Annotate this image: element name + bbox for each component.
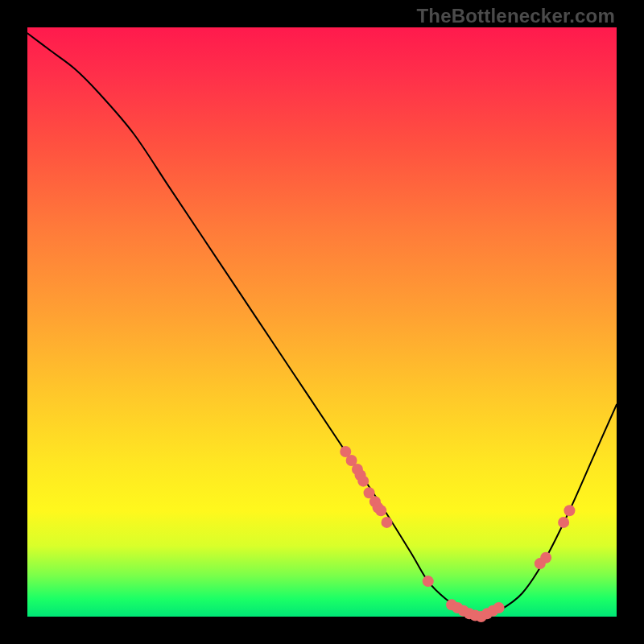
marker-dot (558, 517, 569, 528)
watermark-text: TheBottlenecker.com (416, 5, 615, 27)
marker-dot (540, 552, 551, 564)
chart-svg (27, 27, 617, 617)
marker-group (340, 446, 575, 622)
marker-dot (564, 505, 575, 516)
bottleneck-curve (27, 33, 617, 617)
marker-dot (382, 517, 393, 528)
marker-dot (357, 476, 369, 487)
marker-dot (493, 602, 505, 613)
marker-dot (423, 576, 434, 587)
marker-dot (375, 505, 386, 516)
